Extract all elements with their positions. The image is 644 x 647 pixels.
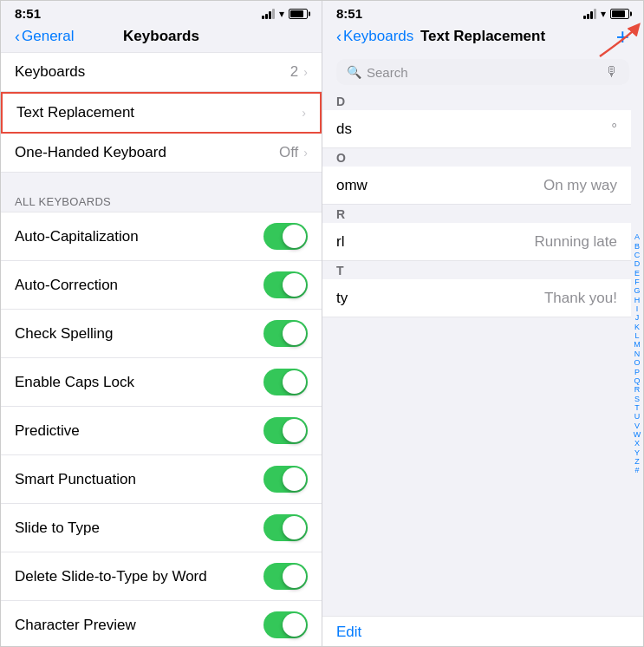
toggle-switch[interactable] [263, 320, 308, 347]
one-handed-value: Off › [279, 144, 308, 161]
toggle-item[interactable]: Check Spelling [1, 310, 322, 358]
alpha-letter[interactable]: I [633, 304, 641, 313]
toggle-switch[interactable] [263, 271, 308, 298]
right-status-bar: 8:51 ▾ [322, 1, 643, 24]
toggle-label: Auto-Capitalization [15, 228, 139, 245]
replacement-shortcut: ds [336, 121, 352, 138]
toggle-switch[interactable] [263, 466, 308, 493]
section-letter-header: D [322, 92, 631, 110]
back-to-general-button[interactable]: ‹ General [15, 28, 74, 45]
one-handed-status: Off [279, 144, 298, 161]
text-replacement-item[interactable]: Text Replacement › [1, 92, 322, 134]
alpha-letter[interactable]: B [633, 242, 641, 251]
toggle-switch[interactable] [263, 223, 308, 250]
chevron-left-icon: ‹ [15, 29, 20, 44]
toggle-item[interactable]: Delete Slide-to-Type by Word [1, 552, 322, 601]
search-bar[interactable]: 🔍 Search 🎙 [336, 59, 629, 85]
left-nav-title: Keyboards [123, 28, 199, 45]
section-letter-header: T [322, 261, 631, 279]
keyboards-value: 2 › [290, 63, 308, 81]
separator [1, 173, 322, 190]
search-icon: 🔍 [347, 65, 361, 79]
right-nav-title: Text Replacement [420, 28, 545, 45]
replacement-item[interactable]: rl Running late [322, 223, 631, 261]
alpha-letter[interactable]: X [633, 439, 641, 448]
right-panel: 8:51 ▾ ‹ Keyboards Text Replacement + [322, 1, 643, 647]
right-wifi-icon: ▾ [601, 8, 606, 20]
toggle-label: Predictive [15, 422, 80, 440]
keyboards-item[interactable]: Keyboards 2 › [1, 52, 322, 92]
alpha-letter[interactable]: F [633, 278, 641, 286]
toggle-switch[interactable] [263, 369, 308, 395]
toggle-item[interactable]: Enable Caps Lock [1, 358, 322, 407]
left-panel: 8:51 ▾ ‹ General Keyboards Keyboards 2 [1, 1, 322, 647]
keyboard-settings-section: Keyboards 2 › Text Replacement › One-Han… [1, 52, 322, 173]
alpha-letter[interactable]: T [633, 403, 641, 412]
wifi-icon: ▾ [279, 8, 284, 20]
replacement-item[interactable]: ty Thank you! [322, 279, 631, 317]
alpha-letter[interactable]: Q [633, 376, 641, 385]
toggle-item[interactable]: Predictive [1, 407, 322, 455]
battery-icon [289, 9, 308, 19]
replacement-shortcut: ty [336, 290, 348, 307]
alpha-letter[interactable]: N [633, 350, 641, 358]
replacement-phrase: Thank you! [544, 290, 617, 307]
toggle-item[interactable]: Character Preview [1, 601, 322, 647]
section-letter-header: O [322, 148, 631, 167]
alpha-letter[interactable]: A [633, 232, 641, 241]
chevron-right-icon: › [302, 106, 306, 120]
settings-list: Keyboards 2 › Text Replacement › One-Han… [1, 52, 322, 647]
add-button[interactable]: + [616, 23, 629, 50]
alpha-letter[interactable]: Z [633, 457, 641, 466]
right-time: 8:51 [336, 6, 362, 21]
toggle-switch[interactable] [263, 417, 308, 444]
toggle-switch[interactable] [263, 563, 308, 590]
alpha-letter[interactable]: P [633, 368, 641, 376]
replacement-content: D ds ° O omw On my way R rl Running late… [322, 92, 643, 616]
toggle-switch[interactable] [263, 514, 308, 541]
alpha-letter[interactable]: M [633, 340, 641, 349]
toggle-item[interactable]: Auto-Correction [1, 261, 322, 310]
alpha-letter[interactable]: W [633, 430, 641, 439]
replacement-list: D ds ° O omw On my way R rl Running late… [322, 92, 631, 317]
alpha-letter[interactable]: K [633, 323, 641, 331]
right-battery-fill [612, 10, 625, 17]
alpha-letter[interactable]: J [633, 313, 641, 322]
toggle-label: Check Spelling [15, 325, 113, 343]
alpha-letter[interactable]: G [633, 286, 641, 295]
alpha-letter[interactable]: S [633, 395, 641, 403]
toggle-item[interactable]: Auto-Capitalization [1, 212, 322, 261]
alpha-letter[interactable]: R [633, 385, 641, 394]
toggle-label: Slide to Type [15, 520, 100, 537]
edit-button[interactable]: Edit [322, 616, 643, 647]
toggle-switch[interactable] [263, 611, 308, 638]
alpha-letter[interactable]: U [633, 412, 641, 421]
alpha-letter[interactable]: V [633, 422, 641, 430]
toggle-section: Auto-Capitalization Auto-Correction Chec… [1, 212, 322, 647]
text-replacement-value: › [302, 106, 306, 120]
alpha-letter[interactable]: C [633, 251, 641, 259]
replacement-shortcut: rl [336, 233, 344, 251]
replacement-item[interactable]: omw On my way [322, 167, 631, 205]
back-label: General [22, 28, 74, 45]
alpha-letter[interactable]: D [633, 259, 641, 268]
back-to-keyboards-button[interactable]: ‹ Keyboards [336, 28, 413, 45]
one-handed-keyboard-item[interactable]: One-Handed Keyboard Off › [1, 134, 322, 173]
right-status-icons: ▾ [583, 8, 629, 20]
toggle-label: Auto-Correction [15, 277, 118, 294]
alpha-letter[interactable]: E [633, 269, 641, 278]
alpha-letter[interactable]: L [633, 331, 641, 340]
chevron-right-icon: › [303, 65, 308, 79]
keyboards-label: Keyboards [15, 63, 85, 81]
alpha-letter[interactable]: # [633, 466, 641, 474]
alpha-letter[interactable]: H [633, 296, 641, 304]
section-letter-header: R [322, 205, 631, 223]
toggle-item[interactable]: Slide to Type [1, 504, 322, 552]
chevron-right-icon: › [303, 146, 308, 160]
replacement-item[interactable]: ds ° [322, 110, 631, 148]
toggle-item[interactable]: Smart Punctuation [1, 455, 322, 504]
alpha-letter[interactable]: Y [633, 448, 641, 457]
alpha-index[interactable]: ABCDEFGHIJKLMNOPQRSTUVWXYZ# [631, 92, 643, 616]
alpha-letter[interactable]: O [633, 358, 641, 367]
text-replacement-label: Text Replacement [16, 104, 134, 121]
